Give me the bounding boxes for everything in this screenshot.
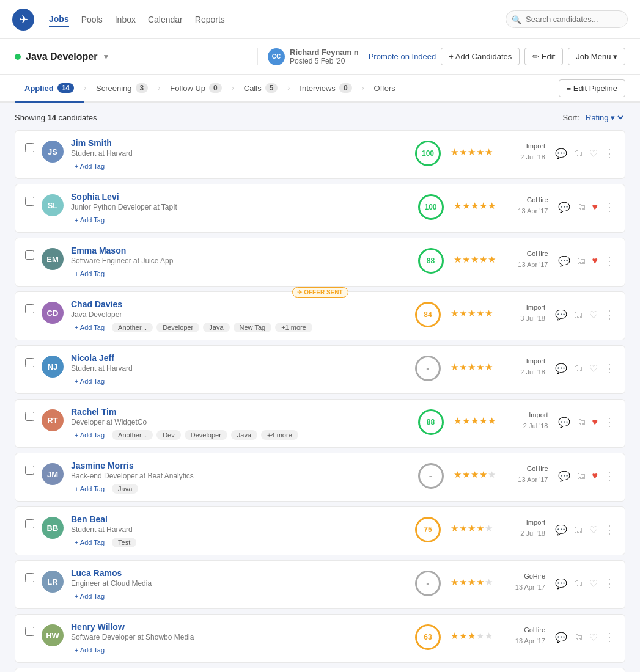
nav-pools[interactable]: Pools [81, 12, 103, 27]
search-input[interactable] [506, 10, 628, 28]
promote-button[interactable]: Promote on Indeed [369, 52, 436, 61]
chat-icon-9[interactable]: 💬 [555, 632, 567, 643]
tab-applied[interactable]: Applied 14 [15, 75, 84, 103]
stars-8[interactable]: ★★★★★ [451, 577, 493, 588]
heart-icon-2[interactable]: ♥ [592, 255, 598, 266]
add-tag-button-3[interactable]: + Add Tag [71, 323, 108, 332]
row-checkbox-8[interactable] [25, 573, 34, 582]
row-checkbox-3[interactable] [25, 304, 34, 313]
heart-icon-8[interactable]: ♡ [589, 578, 598, 590]
more-icon-2[interactable]: ⋮ [604, 254, 615, 268]
tab-calls[interactable]: Calls 5 [234, 75, 288, 103]
nav-reports[interactable]: Reports [195, 12, 225, 27]
more-icon-4[interactable]: ⋮ [604, 362, 615, 375]
briefcase-icon-2[interactable]: 🗂 [576, 255, 586, 266]
briefcase-icon-0[interactable]: 🗂 [573, 148, 583, 159]
stars-3[interactable]: ★★★★★ [451, 308, 493, 319]
stars-1[interactable]: ★★★★★ [454, 200, 496, 211]
tab-followup[interactable]: Follow Up 0 [160, 75, 231, 103]
more-icon-5[interactable]: ⋮ [604, 415, 615, 429]
nav-jobs[interactable]: Jobs [49, 12, 69, 27]
tab-screening[interactable]: Screening 3 [86, 75, 158, 103]
nav-calendar[interactable]: Calendar [148, 12, 183, 27]
heart-icon-0[interactable]: ♡ [589, 148, 598, 159]
heart-icon-3[interactable]: ♡ [589, 309, 598, 321]
more-icon-7[interactable]: ⋮ [604, 523, 615, 536]
edit-pipeline-button[interactable]: ≡ Edit Pipeline [559, 79, 625, 97]
heart-icon-1[interactable]: ♥ [592, 202, 598, 213]
stars-0[interactable]: ★★★★★ [451, 147, 493, 158]
row-checkbox-9[interactable] [25, 627, 34, 636]
add-tag-button-5[interactable]: + Add Tag [71, 430, 108, 440]
row-checkbox-1[interactable] [25, 197, 34, 206]
stars-6[interactable]: ★★★★★ [454, 469, 496, 480]
chat-icon-3[interactable]: 💬 [555, 309, 567, 321]
add-tag-button-1[interactable]: + Add Tag [71, 215, 108, 225]
more-icon-6[interactable]: ⋮ [604, 469, 615, 483]
tab-offers[interactable]: Offers [364, 75, 405, 103]
briefcase-icon-6[interactable]: 🗂 [576, 470, 586, 481]
row-checkbox-6[interactable] [25, 466, 34, 475]
candidate-name-5[interactable]: Rachel Tim [71, 407, 411, 417]
stars-9[interactable]: ★★★★★ [451, 630, 493, 641]
briefcase-icon-9[interactable]: 🗂 [573, 632, 583, 643]
dropdown-arrow-icon[interactable]: ▼ [102, 53, 109, 61]
nav-inbox[interactable]: Inbox [115, 12, 136, 27]
row-checkbox-4[interactable] [25, 358, 34, 367]
heart-icon-9[interactable]: ♡ [589, 632, 598, 643]
chat-icon-8[interactable]: 💬 [555, 578, 567, 590]
more-icon-8[interactable]: ⋮ [604, 577, 615, 590]
candidate-name-3[interactable]: Chad Davies [71, 299, 408, 309]
more-icon-1[interactable]: ⋮ [604, 200, 615, 214]
stars-4[interactable]: ★★★★★ [451, 362, 493, 373]
chat-icon-1[interactable]: 💬 [558, 202, 570, 213]
stars-5[interactable]: ★★★★★ [454, 415, 496, 426]
chat-icon-0[interactable]: 💬 [555, 148, 567, 159]
job-menu-button[interactable]: Job Menu ▾ [568, 48, 625, 65]
more-icon-3[interactable]: ⋮ [604, 308, 615, 321]
logo-icon[interactable]: ✈ [12, 9, 34, 31]
chat-icon-4[interactable]: 💬 [555, 363, 567, 374]
candidate-name-2[interactable]: Emma Mason [71, 246, 411, 255]
candidate-name-9[interactable]: Henry Willow [71, 622, 408, 632]
add-tag-button-8[interactable]: + Add Tag [71, 591, 108, 601]
add-tag-button-4[interactable]: + Add Tag [71, 376, 108, 386]
add-candidates-button[interactable]: + Add Candidates [441, 48, 520, 65]
more-icon-0[interactable]: ⋮ [604, 147, 615, 160]
edit-button[interactable]: ✏ Edit [524, 48, 563, 65]
stars-7[interactable]: ★★★★★ [451, 523, 493, 534]
heart-icon-5[interactable]: ♥ [592, 417, 598, 428]
add-tag-button-2[interactable]: + Add Tag [71, 269, 108, 279]
tab-interviews[interactable]: Interviews 0 [290, 75, 361, 103]
chat-icon-7[interactable]: 💬 [555, 524, 567, 536]
add-tag-button-9[interactable]: + Add Tag [71, 645, 108, 655]
candidate-name-1[interactable]: Sophia Levi [71, 192, 411, 202]
more-icon-9[interactable]: ⋮ [604, 630, 615, 644]
candidate-name-0[interactable]: Jim Smith [71, 138, 408, 148]
heart-icon-6[interactable]: ♥ [592, 470, 598, 481]
briefcase-icon-4[interactable]: 🗂 [573, 363, 583, 374]
row-checkbox-5[interactable] [25, 412, 34, 421]
candidate-name-4[interactable]: Nicola Jeff [71, 353, 408, 363]
row-checkbox-0[interactable] [25, 143, 34, 152]
briefcase-icon-1[interactable]: 🗂 [576, 202, 586, 213]
row-checkbox-7[interactable] [25, 519, 34, 528]
candidate-name-7[interactable]: Ben Beal [71, 514, 408, 524]
add-tag-button-7[interactable]: + Add Tag [71, 538, 108, 547]
candidate-name-8[interactable]: Luca Ramos [71, 568, 408, 578]
row-checkbox-2[interactable] [25, 250, 34, 260]
chat-icon-6[interactable]: 💬 [558, 470, 570, 482]
briefcase-icon-8[interactable]: 🗂 [573, 578, 583, 589]
chat-icon-2[interactable]: 💬 [558, 255, 570, 267]
briefcase-icon-5[interactable]: 🗂 [576, 417, 586, 428]
candidate-name-6[interactable]: Jasmine Morris [71, 461, 411, 470]
add-tag-button-6[interactable]: + Add Tag [71, 484, 108, 494]
add-tag-button-0[interactable]: + Add Tag [71, 161, 108, 171]
heart-icon-7[interactable]: ♡ [589, 524, 598, 536]
chat-icon-5[interactable]: 💬 [558, 417, 570, 428]
stars-2[interactable]: ★★★★★ [454, 254, 496, 265]
briefcase-icon-3[interactable]: 🗂 [573, 309, 583, 320]
heart-icon-4[interactable]: ♡ [589, 363, 598, 374]
sort-select[interactable]: Rating ▾ Name Date [583, 112, 625, 123]
briefcase-icon-7[interactable]: 🗂 [573, 524, 583, 535]
